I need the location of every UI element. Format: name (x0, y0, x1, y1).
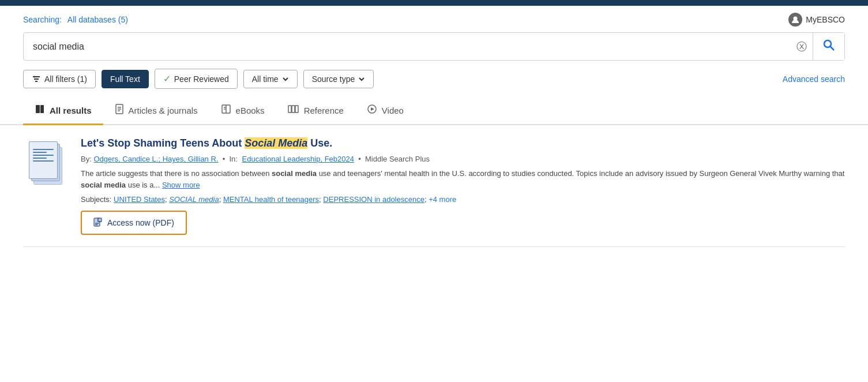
svg-marker-21 (371, 107, 374, 111)
book-icon (35, 104, 45, 117)
subjects-label: Subjects: (81, 195, 111, 204)
peer-reviewed-button[interactable]: ✓ Peer Reviewed (155, 69, 238, 89)
searching-value[interactable]: All databases (5) (67, 15, 128, 24)
desc-bold-1: social media (272, 169, 317, 178)
all-time-label: All time (252, 74, 279, 84)
header: Searching: All databases (5) MyEBSCO ⓧ (0, 6, 868, 97)
source-type-button[interactable]: Source type (303, 70, 374, 88)
tabs-container: All results Articles & journals eBooks (0, 97, 868, 125)
full-text-label: Full Text (110, 74, 140, 84)
peer-reviewed-label: Peer Reviewed (174, 74, 229, 84)
access-btn-label: Access now (PDF) (107, 218, 174, 227)
searching-prefix: Searching: (23, 15, 62, 24)
access-pdf-button[interactable]: Access now (PDF) (81, 211, 187, 235)
svg-rect-23 (98, 218, 102, 222)
tab-ebooks[interactable]: eBooks (209, 97, 276, 125)
account-icon (788, 13, 802, 27)
svg-rect-8 (40, 105, 44, 113)
tab-ebooks-label: eBooks (236, 106, 265, 115)
show-more-link[interactable]: Show more (162, 181, 200, 189)
in-label: In: (229, 155, 237, 163)
play-icon (367, 104, 377, 117)
myebsco-button[interactable]: MyEBSCO (788, 13, 845, 27)
more-subjects[interactable]: +4 more (429, 195, 456, 204)
doc-line-5 (33, 160, 54, 162)
source-type-label: Source type (312, 74, 355, 84)
chevron-down-icon (282, 76, 289, 83)
tab-all-results-label: All results (50, 106, 92, 115)
desc-end: use is a... (126, 181, 160, 189)
top-bar (0, 0, 868, 6)
ebook-icon (221, 104, 231, 117)
publication-link[interactable]: Educational Leadership, Feb2024 (242, 155, 354, 163)
tab-video-label: Video (382, 106, 404, 115)
filter-row: All filters (1) Full Text ✓ Peer Reviewe… (23, 69, 845, 97)
tab-reference[interactable]: Reference (276, 97, 355, 125)
svg-rect-17 (288, 106, 291, 113)
advanced-search-link[interactable]: Advanced search (783, 74, 845, 84)
all-filters-label: All filters (1) (44, 74, 87, 84)
subject-link-2[interactable]: MENTAL health of teenagers (223, 195, 319, 204)
check-icon: ✓ (163, 73, 171, 84)
desc-middle: use and teenagers' mental health in the … (317, 169, 844, 178)
desc-before: The article suggests that there is no as… (81, 169, 272, 178)
doc-page-front (29, 141, 58, 179)
subject-link-1[interactable]: SOCIAL media (169, 195, 219, 204)
doc-line-1 (33, 149, 54, 150)
search-container: ⓧ (23, 32, 845, 61)
chevron-down-icon-2 (358, 76, 365, 83)
result-subjects: Subjects: UNITED States; SOCIAL media; M… (81, 195, 845, 204)
searching-label: Searching: All databases (5) (23, 15, 128, 24)
result-content: Let's Stop Shaming Teens About Social Me… (81, 137, 845, 235)
authors-link[interactable]: Odgers, Candice L.; Hayes, Gillian R. (93, 155, 218, 163)
result-title[interactable]: Let's Stop Shaming Teens About Social Me… (81, 137, 845, 150)
document-thumbnail-icon (29, 141, 63, 185)
all-time-button[interactable]: All time (243, 70, 298, 88)
desc-bold-2: social media (81, 181, 126, 189)
all-filters-button[interactable]: All filters (1) (23, 70, 96, 88)
search-button[interactable] (813, 33, 844, 60)
doc-line-3 (33, 155, 54, 156)
search-input[interactable] (24, 35, 791, 59)
searching-row: Searching: All databases (5) MyEBSCO (23, 13, 845, 27)
subject-link-3[interactable]: DEPRESSION in adolescence (323, 195, 424, 204)
result-title-after: Use. (307, 137, 332, 149)
pdf-icon (93, 218, 103, 228)
doc-line-4 (33, 158, 47, 159)
results-container: Let's Stop Shaming Teens About Social Me… (0, 125, 868, 259)
svg-rect-18 (292, 106, 295, 113)
full-text-button[interactable]: Full Text (102, 70, 149, 88)
tab-articles-journals-label: Articles & journals (129, 106, 198, 115)
search-clear-icon[interactable]: ⓧ (791, 35, 813, 58)
result-thumbnail (23, 137, 69, 189)
reference-icon (288, 104, 299, 117)
svg-rect-19 (295, 106, 298, 113)
document-icon (115, 104, 124, 117)
result-title-highlight: Social Media (245, 137, 307, 149)
subject-link-0[interactable]: UNITED States (114, 195, 165, 204)
tab-reference-label: Reference (304, 106, 344, 115)
by-label: By: (81, 155, 92, 163)
result-title-before: Let's Stop Shaming Teens About (81, 137, 245, 149)
tab-all-results[interactable]: All results (23, 97, 103, 125)
doc-lines (33, 149, 54, 163)
svg-line-2 (831, 47, 835, 51)
table-row: Let's Stop Shaming Teens About Social Me… (23, 137, 845, 247)
myebsco-label: MyEBSCO (806, 15, 845, 24)
svg-point-1 (824, 40, 831, 47)
svg-rect-7 (36, 105, 40, 113)
result-description: The article suggests that there is no as… (81, 168, 845, 190)
tab-articles-journals[interactable]: Articles & journals (103, 97, 209, 125)
svg-point-6 (34, 76, 36, 77)
source-name: Middle Search Plus (365, 155, 430, 163)
result-meta: By: Odgers, Candice L.; Hayes, Gillian R… (81, 155, 845, 163)
tab-video[interactable]: Video (355, 97, 415, 125)
doc-line-2 (33, 152, 47, 153)
